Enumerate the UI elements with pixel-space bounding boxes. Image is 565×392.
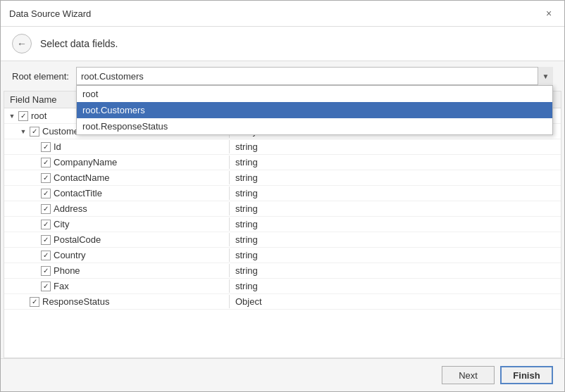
root-element-select-wrapper: root root.Customers root.ResponseStatus … — [76, 67, 553, 85]
field-name-root: root — [31, 110, 46, 121]
checkbox-city[interactable] — [41, 220, 51, 229]
tree-cell-contactname: ContactName — [4, 171, 230, 184]
tree-cell-type-address: string — [230, 202, 561, 215]
tree-cell-responsestatus: ResponseStatus — [4, 295, 230, 308]
tree-cell-postalcode: PostalCode — [4, 233, 230, 246]
expand-icon-root[interactable]: ▼ — [7, 111, 17, 121]
tree-cell-type-fax: string — [230, 279, 561, 293]
table-body: ▼ root ▼ Customers Array — [4, 108, 561, 358]
checkbox-root[interactable] — [18, 111, 28, 121]
title-bar: Data Source Wizard × — [1, 1, 564, 27]
field-name-postalcode: PostalCode — [54, 234, 101, 245]
table-row: ResponseStatus Object — [4, 294, 561, 310]
field-name-city: City — [54, 219, 69, 229]
expand-icon-responsestatus[interactable] — [18, 297, 28, 307]
dialog: Data Source Wizard × ← Select data field… — [0, 0, 565, 392]
tree-cell-type-contacttitle: string — [230, 186, 561, 200]
table-row: ContactName string — [4, 170, 561, 186]
table-row: City string — [4, 217, 561, 232]
checkbox-responsestatus[interactable] — [30, 297, 39, 307]
checkbox-customers[interactable] — [30, 127, 39, 137]
table-row: Phone string — [4, 263, 561, 279]
field-name-contacttitle: ContactTitle — [54, 188, 102, 198]
header-subtitle: Select data fields. — [40, 38, 118, 49]
field-name-address: Address — [54, 203, 87, 214]
root-element-row: Root element: root root.Customers root.R… — [1, 61, 564, 91]
checkbox-fax[interactable] — [41, 282, 51, 291]
dropdown-option-responsestatus[interactable]: root.ResponseStatus — [77, 118, 552, 134]
next-button[interactable]: Next — [442, 366, 495, 384]
root-element-label: Root element: — [12, 71, 69, 82]
root-element-select[interactable]: root root.Customers root.ResponseStatus — [76, 67, 553, 85]
close-button[interactable]: × — [542, 6, 556, 20]
table-row: Country string — [4, 248, 561, 263]
checkbox-postalcode[interactable] — [41, 235, 51, 245]
checkbox-contactname[interactable] — [41, 173, 51, 183]
dialog-title: Data Source Wizard — [9, 8, 91, 19]
checkbox-country[interactable] — [41, 251, 51, 260]
tree-cell-type-phone: string — [230, 264, 561, 277]
tree-cell-fax: Fax — [4, 279, 230, 293]
tree-cell-type-id: string — [230, 140, 561, 153]
tree-cell-country: Country — [4, 248, 230, 262]
title-bar-left: Data Source Wizard — [9, 8, 91, 19]
checkbox-address[interactable] — [41, 204, 51, 214]
field-name-responsestatus: ResponseStatus — [42, 296, 109, 307]
table-row: Id string — [4, 139, 561, 155]
checkbox-id[interactable] — [41, 142, 51, 152]
finish-button[interactable]: Finish — [500, 366, 553, 384]
table-row: Fax string — [4, 279, 561, 294]
tree-cell-city: City — [4, 217, 230, 231]
table-row: Address string — [4, 201, 561, 217]
field-name-companyname: CompanyName — [54, 157, 117, 167]
footer: Next Finish — [1, 358, 564, 391]
table-row: ContactTitle string — [4, 186, 561, 201]
tree-cell-type-postalcode: string — [230, 233, 561, 246]
dropdown-overlay: root root.Customers root.ResponseStatus — [76, 85, 553, 135]
table-row: PostalCode string — [4, 232, 561, 248]
tree-cell-id: Id — [4, 140, 230, 153]
tree-cell-phone: Phone — [4, 264, 230, 277]
tree-cell-type-contactname: string — [230, 171, 561, 184]
tree-cell-type-responsestatus: Object — [230, 295, 561, 308]
checkbox-contacttitle[interactable] — [41, 189, 51, 198]
header-area: ← Select data fields. — [1, 27, 564, 61]
back-button[interactable]: ← — [12, 34, 32, 53]
checkbox-companyname[interactable] — [41, 158, 51, 167]
field-name-country: Country — [54, 250, 86, 260]
field-name-fax: Fax — [54, 281, 69, 291]
expand-icon-customers[interactable]: ▼ — [18, 127, 28, 137]
field-name-phone: Phone — [54, 265, 80, 276]
dropdown-option-customers[interactable]: root.Customers — [77, 102, 552, 118]
tree-cell-type-country: string — [230, 248, 561, 262]
checkbox-phone[interactable] — [41, 266, 51, 276]
table-row: CompanyName string — [4, 155, 561, 170]
tree-cell-companyname: CompanyName — [4, 156, 230, 169]
field-name-contactname: ContactName — [54, 172, 109, 183]
dropdown-option-root[interactable]: root — [77, 86, 552, 102]
tree-cell-contacttitle: ContactTitle — [4, 186, 230, 200]
field-name-id: Id — [54, 141, 61, 152]
tree-cell-address: Address — [4, 202, 230, 215]
tree-cell-type-city: string — [230, 217, 561, 231]
back-icon: ← — [17, 38, 27, 49]
tree-cell-type-companyname: string — [230, 156, 561, 169]
